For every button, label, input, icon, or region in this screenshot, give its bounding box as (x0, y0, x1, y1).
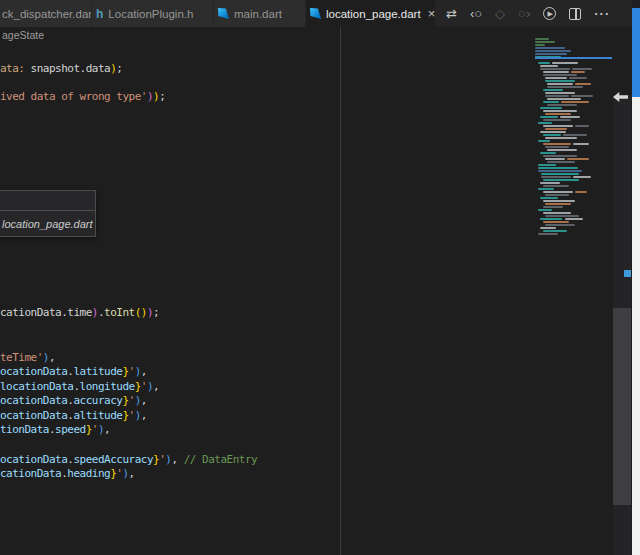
code-line: ocationData.accuracy}'), (0, 394, 147, 407)
minimap-row (535, 47, 612, 49)
minimap-row (535, 74, 612, 76)
more-actions-icon[interactable]: ··· (594, 7, 610, 20)
minimap-row (535, 221, 612, 223)
minimap[interactable] (535, 38, 612, 238)
editor-actions: ⇄ ‹○ ◇ ○› ▶ ··· (446, 0, 610, 27)
background-window-blue (632, 8, 640, 97)
background-window-edge (632, 0, 640, 555)
code-line: ived data of wrong type')); (0, 90, 165, 103)
code-line: ocationData.latitude}'), (0, 365, 147, 378)
minimap-row (535, 38, 612, 40)
minimap-row (535, 182, 612, 184)
code-line: ata: snapshot.data); (0, 62, 122, 75)
minimap-row (535, 101, 612, 103)
minimap-row (535, 173, 612, 175)
tab-location-page[interactable]: location_page.dart × (306, 0, 436, 27)
minimap-row (535, 188, 612, 190)
minimap-row (535, 68, 612, 70)
code-line: cationData.heading}'), (0, 467, 135, 480)
minimap-row (535, 83, 612, 85)
tab-label: ck_dispatcher.dart (2, 8, 92, 20)
overview-ruler-marker (624, 270, 631, 277)
minimap-row (535, 92, 612, 94)
minimap-row (535, 230, 612, 232)
minimap-row (535, 167, 612, 169)
next-diff-icon[interactable]: ○› (518, 7, 530, 20)
minimap-row (535, 176, 612, 178)
tooltip-filename: location_page.dart (2, 218, 93, 230)
minimap-row (535, 77, 612, 79)
code-line: cationData.time).toInt()); (0, 306, 159, 319)
prev-diff-icon[interactable]: ◇ (495, 7, 505, 20)
minimap-row (535, 155, 612, 157)
minimap-row (535, 107, 612, 109)
code-line: tionData.speed}'), (0, 423, 110, 436)
minimap-row (535, 116, 612, 118)
compare-changes-icon[interactable]: ⇄ (446, 7, 457, 20)
minimap-highlight-line (535, 57, 612, 59)
minimap-row (535, 89, 612, 91)
tooltip-filename-cell: location_page.dart (0, 211, 95, 236)
minimap-row (535, 71, 612, 73)
minimap-row (535, 164, 612, 166)
tab-label: main.dart (234, 8, 282, 20)
minimap-row (535, 104, 612, 106)
code-line: teTime'), (0, 351, 55, 364)
minimap-row (535, 113, 612, 115)
dart-file-icon (218, 8, 229, 19)
minimap-row (535, 53, 612, 55)
background-window-white (632, 97, 640, 555)
tooltip-upper-cell (0, 191, 95, 211)
dart-file-icon (310, 8, 321, 19)
close-icon[interactable]: × (428, 7, 436, 20)
minimap-row (535, 233, 612, 235)
tab-ck-dispatcher[interactable]: ck_dispatcher.dart (0, 0, 92, 27)
minimap-row (535, 158, 612, 160)
minimap-row (535, 62, 612, 64)
code-line: ocationData.speedAccuracy}'), // DataEnt… (0, 453, 257, 466)
hover-tooltip: location_page.dart (0, 190, 96, 237)
tab-bar: ck_dispatcher.dart h LocationPlugin.h ma… (0, 0, 632, 27)
minimap-row (535, 224, 612, 226)
scrollbar-thumb[interactable] (613, 308, 631, 505)
minimap-row (535, 80, 612, 82)
minimap-row (535, 206, 612, 208)
minimap-row (535, 50, 612, 52)
minimap-row (535, 179, 612, 181)
minimap-row (535, 170, 612, 172)
vscode-window: ck_dispatcher.dart h LocationPlugin.h ma… (0, 0, 640, 555)
minimap-row (535, 152, 612, 154)
minimap-row (535, 203, 612, 205)
code-line: ocationData.altitude}'), (0, 409, 147, 422)
minimap-row (535, 161, 612, 163)
previous-change-icon[interactable]: ‹○ (470, 7, 482, 20)
minimap-row (535, 185, 612, 187)
minimap-row (535, 65, 612, 67)
minimap-row (535, 137, 612, 139)
minimap-row (535, 146, 612, 148)
minimap-row (535, 131, 612, 133)
minimap-row (535, 218, 612, 220)
run-icon[interactable]: ▶ (543, 7, 556, 20)
minimap-row (535, 119, 612, 121)
tab-locationplugin[interactable]: h LocationPlugin.h (92, 0, 214, 27)
minimap-row (535, 86, 612, 88)
minimap-row (535, 128, 612, 130)
minimap-row (535, 98, 612, 100)
minimap-row (535, 122, 612, 124)
minimap-row (535, 143, 612, 145)
minimap-row (535, 125, 612, 127)
minimap-row (535, 209, 612, 211)
tab-main-dart[interactable]: main.dart (214, 0, 306, 27)
tab-label: location_page.dart (326, 8, 421, 20)
minimap-row (535, 200, 612, 202)
minimap-row (535, 227, 612, 229)
minimap-row (535, 191, 612, 193)
header-file-icon: h (96, 7, 103, 21)
split-editor-icon[interactable] (569, 8, 581, 20)
breadcrumb[interactable]: ageState (2, 29, 44, 41)
minimap-row (535, 197, 612, 199)
minimap-row (535, 95, 612, 97)
minimap-row (535, 41, 612, 43)
minimap-row (535, 212, 612, 214)
